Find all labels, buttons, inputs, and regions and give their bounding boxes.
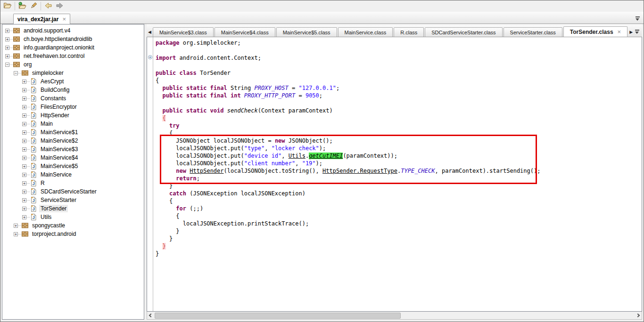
tab-mainservice-class[interactable]: MainService.class [338,27,393,37]
tree-item-main[interactable]: +JMain [2,120,144,128]
tree-item-spongycastle[interactable]: +spongycastle [2,221,144,230]
code-text: new [176,168,186,174]
tree-item-android-support-v4[interactable]: +android.support.v4 [2,26,144,35]
tree-item-mainservice-2[interactable]: +JMainService$2 [2,137,144,145]
code-link[interactable]: HttpSender [190,168,223,174]
tree-item-torproject-android[interactable]: +torproject.android [2,230,144,238]
open-all-files-button[interactable] [17,1,28,11]
collapse-icon[interactable]: − [14,71,18,75]
tree-item-label: MainService$4 [39,154,79,161]
tree-item-torsender[interactable]: +JTorSender [2,204,144,213]
close-icon[interactable]: × [618,30,621,34]
expand-icon[interactable]: + [14,232,18,236]
class-icon: J [30,180,37,186]
package-tree: +android.support.v4+ch.boye.httpclientan… [2,26,144,238]
expand-icon[interactable]: + [22,164,26,169]
tree-item-filesencryptor[interactable]: +JFilesEncryptor [2,103,144,111]
class-icon: J [30,214,37,220]
tree-item-label: MainService [39,171,73,178]
expand-icon[interactable]: + [14,224,18,228]
tree-item-mainservice-5[interactable]: +JMainService$5 [2,162,144,170]
expand-icon[interactable]: + [5,54,9,58]
open-file-button[interactable] [2,1,13,11]
expand-icon[interactable]: + [22,156,26,160]
expand-icon[interactable]: + [22,105,26,109]
scroll-left-icon[interactable] [147,312,155,319]
tab-mainservice-3-class[interactable]: MainService$3.class [153,27,214,37]
tab-scroll-left-icon[interactable]: ◀ [147,30,153,37]
tab-mainservice-5-class[interactable]: MainService$5.class [276,27,337,37]
code-line: } [156,242,642,250]
code-content[interactable]: package org.simplelocker;import android.… [154,37,642,311]
code-text: JSONObject localJSONObject = [156,137,275,144]
code-line: } [156,250,642,258]
tree-item-r[interactable]: +JR [2,179,144,187]
expand-icon[interactable]: + [22,97,26,101]
code-text: new [275,137,285,144]
open-all-files-icon [18,2,26,11]
tree-item-org[interactable]: −org [2,60,144,69]
expand-icon[interactable]: + [22,181,26,185]
expand-icon[interactable]: + [22,130,26,135]
tree-item-buildconfig[interactable]: +JBuildConfig [2,86,144,94]
package-tree-panel[interactable]: +android.support.v4+ch.boye.httpclientan… [2,24,144,320]
horizontal-scrollbar[interactable] [147,312,642,320]
tab-torsender-class[interactable]: TorSender.class× [563,26,627,37]
tree-item-info-guardianproject-onionkit[interactable]: +info.guardianproject.onionkit [2,43,144,52]
expand-icon[interactable]: + [22,139,26,143]
code-link[interactable]: getCutIMEI [309,153,343,159]
expand-icon[interactable]: + [22,190,26,194]
expand-icon[interactable]: + [22,113,26,118]
tree-item-simplelocker[interactable]: −simplelocker [2,69,144,77]
expand-icon[interactable]: + [22,215,26,219]
expand-icon[interactable]: + [22,88,26,92]
tab-list-icon[interactable] [635,30,639,34]
tree-item-label: Main [39,120,54,128]
tab-scroll-right-icon[interactable]: ▶ [628,30,634,37]
code-link[interactable]: HttpSender.RequestType [322,168,397,174]
tab-sdcardservicestarter-class[interactable]: SDCardServiceStarter.class [425,27,502,37]
expand-icon[interactable]: + [22,80,26,84]
fold-icon[interactable]: + [148,55,152,59]
tab-list-icon[interactable] [636,16,640,21]
code-editor[interactable]: + package org.simplelocker;import androi… [147,37,642,312]
back-button[interactable] [42,1,54,11]
tab-jar-file[interactable]: vira_dex2jar.jar × [13,14,70,24]
tree-item-utils[interactable]: +JUtils [2,213,144,221]
expand-icon[interactable]: + [5,46,9,50]
tree-item-servicestarter[interactable]: +JServiceStarter [2,196,144,204]
scroll-right-icon[interactable] [634,312,642,319]
scrollbar-thumb[interactable] [155,313,401,319]
tree-item-label: TorSender [39,205,68,212]
class-icon: J [30,146,37,153]
expand-icon[interactable]: + [5,37,9,41]
expand-icon[interactable]: + [22,198,26,202]
tree-item-httpsender[interactable]: +JHttpSender [2,111,144,120]
forward-button[interactable] [54,1,65,11]
tab-label: MainService.class [345,30,387,35]
svg-text:J: J [33,88,35,93]
tree-item-mainservice-4[interactable]: +JMainService$4 [2,153,144,162]
expand-icon[interactable]: + [22,207,26,211]
expand-icon[interactable]: + [5,29,9,33]
tree-item-net-freehaven-tor-control[interactable]: +net.freehaven.tor.control [2,52,144,60]
tab-mainservice-4-class[interactable]: MainService$4.class [215,27,275,37]
svg-text:J: J [33,113,35,118]
tree-item-mainservice-1[interactable]: +JMainService$1 [2,128,144,137]
expand-icon[interactable]: + [22,122,26,126]
tree-item-mainservice[interactable]: +JMainService [2,170,144,179]
tab-r-class[interactable]: R.class [394,27,424,37]
expand-icon[interactable]: + [22,173,26,177]
tree-item-aescrypt[interactable]: +JAesCrypt [2,77,144,86]
close-icon[interactable]: × [62,17,66,22]
tree-item-label: android.support.v4 [22,27,72,34]
tree-item-constants[interactable]: +JConstants [2,94,144,103]
expand-icon[interactable]: + [22,147,26,152]
tree-item-ch-boye-httpclientandroidlib[interactable]: +ch.boye.httpclientandroidlib [2,35,144,43]
collapse-icon[interactable]: − [5,63,9,67]
code-link[interactable]: Utils [289,153,305,159]
tab-servicestarter-class[interactable]: ServiceStarter.class [504,27,562,37]
tree-item-mainservice-3[interactable]: +JMainService$3 [2,145,144,153]
search-button[interactable] [28,1,39,11]
tree-item-sdcardservicestarter[interactable]: +JSDCardServiceStarter [2,187,144,196]
